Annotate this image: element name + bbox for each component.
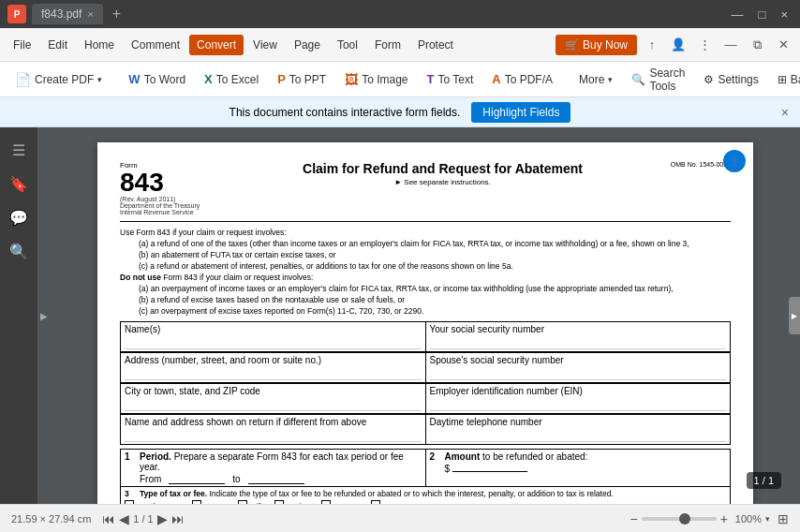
menu-protect[interactable]: Protect xyxy=(410,35,461,55)
cb-income-box[interactable] xyxy=(321,500,331,504)
cb-gift[interactable]: Gift xyxy=(238,500,262,504)
zoom-slider-thumb[interactable] xyxy=(679,513,690,525)
from-label: From xyxy=(140,474,161,484)
buy-now-button[interactable]: 🛒 Buy Now xyxy=(556,35,637,55)
address-entry[interactable] xyxy=(125,367,422,380)
page-display: 1 / 1 xyxy=(133,513,153,525)
cb-fee[interactable]: Fee xyxy=(371,500,397,504)
to-ppt-label: To PPT xyxy=(289,73,326,86)
maximize-button[interactable]: □ xyxy=(754,6,771,23)
notification-close-button[interactable]: × xyxy=(781,105,789,120)
menu-home[interactable]: Home xyxy=(77,35,122,55)
window-minimize-icon[interactable]: — xyxy=(719,34,742,56)
to-image-button[interactable]: 🖼 To Image xyxy=(337,68,415,91)
sidebar-thumbnail-icon[interactable]: ☰ xyxy=(4,135,34,165)
cb-excise[interactable]: Excise xyxy=(274,500,310,504)
settings-button[interactable]: ⚙ Settings xyxy=(696,69,765,90)
sidebar-collapse-button[interactable]: ▶ xyxy=(37,127,51,504)
search-tools-button[interactable]: 🔍 Search Tools xyxy=(624,63,692,96)
form-dept2: Internal Revenue Service xyxy=(120,209,200,215)
name-field[interactable]: Name(s) xyxy=(120,321,426,352)
from-entry[interactable] xyxy=(169,474,225,484)
menu-tool[interactable]: Tool xyxy=(330,35,365,55)
menu-form[interactable]: Form xyxy=(367,35,408,55)
right-scroll-handle[interactable]: ▶ xyxy=(789,297,800,334)
nav-prev-button[interactable]: ◀ xyxy=(119,511,129,526)
add-tab-button[interactable]: + xyxy=(112,6,121,22)
to-pdfa-button[interactable]: A To PDF/A xyxy=(484,68,560,90)
daytime-phone-entry[interactable] xyxy=(430,429,727,442)
to-ppt-button[interactable]: P To PPT xyxy=(270,68,333,90)
window-close-icon[interactable]: ✕ xyxy=(772,34,794,56)
update-icon[interactable]: ↑ xyxy=(641,34,663,56)
batch-convert-button[interactable]: ⊞ Batch Conve... xyxy=(770,69,800,90)
to-word-button[interactable]: W To Word xyxy=(121,68,193,90)
more-button[interactable]: More ▾ xyxy=(571,69,620,90)
cb-employment-box[interactable] xyxy=(125,500,134,504)
spouse-ssn-entry[interactable] xyxy=(430,367,727,380)
nav-last-button[interactable]: ⏭ xyxy=(171,511,185,526)
cb-gift-box[interactable] xyxy=(238,500,247,504)
zoom-in-button[interactable]: + xyxy=(720,511,728,526)
menu-convert[interactable]: Convert xyxy=(189,35,244,55)
sidebar-comment-icon[interactable]: 💬 xyxy=(4,202,34,232)
zoom-slider[interactable] xyxy=(642,517,717,521)
window-close-button[interactable]: × xyxy=(776,6,793,23)
cb-employment[interactable]: Employment xyxy=(125,500,181,504)
to-text-button[interactable]: T To Text xyxy=(420,68,481,90)
cb-estate-box[interactable] xyxy=(192,500,201,504)
city-field[interactable]: City or town, state, and ZIP code xyxy=(120,383,426,414)
to-excel-icon: X xyxy=(204,72,213,86)
user-icon[interactable]: 👤 xyxy=(667,34,689,56)
ein-label: Employer identification number (EIN) xyxy=(430,386,727,396)
to-excel-button[interactable]: X To Excel xyxy=(197,68,266,90)
omb-number: OMB No. 1545-0024 xyxy=(671,161,731,168)
ein-field[interactable]: Employer identification number (EIN) xyxy=(426,383,732,414)
fit-page-button[interactable]: ⊞ xyxy=(778,511,789,526)
cb-estate[interactable]: Estate xyxy=(192,500,227,504)
menu-edit[interactable]: Edit xyxy=(40,35,75,55)
close-tab-icon[interactable]: × xyxy=(87,8,93,20)
create-pdf-dropdown-icon[interactable]: ▾ xyxy=(97,75,102,84)
amount-entry[interactable] xyxy=(452,471,527,472)
create-pdf-button[interactable]: 📄 Create PDF ▾ xyxy=(7,68,110,91)
window-restore-icon[interactable]: ⧉ xyxy=(746,34,768,56)
menu-comment[interactable]: Comment xyxy=(124,35,187,55)
left-sidebar: ☰ 🔖 💬 🔍 xyxy=(0,127,37,504)
menu-file[interactable]: File xyxy=(6,35,38,55)
ssn-field[interactable]: Your social security number xyxy=(426,321,732,352)
sidebar-bookmark-icon[interactable]: 🔖 xyxy=(4,169,34,199)
toolbar: 📄 Create PDF ▾ W To Word X To Excel P To… xyxy=(0,62,800,97)
spouse-ssn-field[interactable]: Spouse's social security number xyxy=(426,352,732,383)
highlight-fields-button[interactable]: Highlight Fields xyxy=(471,102,570,123)
ssn-entry[interactable] xyxy=(430,336,727,349)
ein-entry[interactable] xyxy=(430,398,727,411)
minimize-button[interactable]: — xyxy=(727,6,748,23)
daytime-phone-field[interactable]: Daytime telephone number xyxy=(426,414,732,445)
address-field[interactable]: Address (number, street, and room or sui… xyxy=(120,352,426,383)
cb-income[interactable]: Income xyxy=(321,500,360,504)
zoom-out-button[interactable]: − xyxy=(630,511,637,526)
pdf-content-area[interactable]: 👤 Form 843 (Rev. August 2011) Department… xyxy=(51,127,800,504)
row3-num: 3 xyxy=(125,489,136,498)
sidebar-search-icon[interactable]: 🔍 xyxy=(4,236,34,266)
name-return-field[interactable]: Name and address shown on return if diff… xyxy=(120,414,426,445)
city-entry[interactable] xyxy=(125,398,422,411)
menu-page[interactable]: Page xyxy=(287,35,328,55)
to-label: to xyxy=(232,474,240,484)
instruction-line-6: (b) a refund of excise taxes based on th… xyxy=(139,295,731,304)
name-return-entry[interactable] xyxy=(125,429,422,442)
menu-view[interactable]: View xyxy=(245,35,285,55)
row1-text: Prepare a separate Form 843 for each tax… xyxy=(140,451,404,472)
pdf-tab[interactable]: f843.pdf × xyxy=(32,4,103,24)
cb-fee-box[interactable] xyxy=(371,500,380,504)
more-label: More xyxy=(579,73,604,86)
zoom-dropdown-icon[interactable]: ▾ xyxy=(765,514,770,524)
nav-first-button[interactable]: ⏮ xyxy=(102,511,115,526)
nav-next-button[interactable]: ▶ xyxy=(157,511,168,526)
row3-label: Type of tax or fee. xyxy=(140,489,207,498)
to-entry[interactable] xyxy=(248,474,304,484)
cb-excise-box[interactable] xyxy=(274,500,284,504)
more-options-icon[interactable]: ⋮ xyxy=(693,34,716,56)
name-entry[interactable] xyxy=(125,336,422,349)
